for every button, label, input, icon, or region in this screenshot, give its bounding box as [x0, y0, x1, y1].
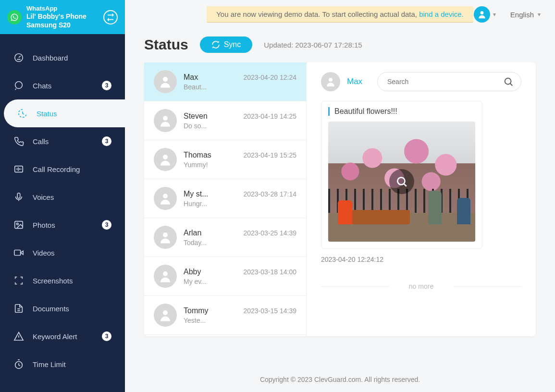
sidebar-item-label: Call Recording: [33, 165, 80, 173]
sidebar-item-keyword-alert[interactable]: Keyword Alert 3: [0, 322, 125, 350]
status-panel: Max 2023-04-20 12:24 Beaut... Steven 202…: [144, 62, 536, 336]
app-name: WhatsApp: [26, 5, 99, 12]
calls-icon: [13, 136, 24, 147]
recording-icon: [13, 164, 24, 174]
svg-point-11: [163, 155, 168, 159]
sidebar-item-calls[interactable]: Calls 3: [0, 127, 125, 155]
status-item[interactable]: Abby 2023-03-18 14:00 My ev...: [144, 257, 306, 296]
chevron-down-icon: ▾: [493, 11, 496, 18]
status-name: Steven: [184, 112, 208, 121]
sidebar-item-label: Calls: [33, 137, 49, 146]
status-timestamp: 2023-04-20 12:24:12: [321, 256, 521, 263]
svg-point-12: [163, 194, 168, 198]
svg-point-13: [163, 233, 168, 237]
status-item[interactable]: Thomas 2023-04-19 15:25 Yummy!: [144, 140, 306, 179]
main: You are now viewing demo data. To start …: [125, 0, 555, 392]
svg-point-17: [505, 78, 511, 85]
photos-icon: [13, 220, 24, 230]
status-item[interactable]: Steven 2023-04-19 14:25 Do so...: [144, 101, 306, 140]
sidebar-item-screenshots[interactable]: Screenshots: [0, 267, 125, 294]
status-item[interactable]: Tommy 2023-03-15 14:39 Yeste...: [144, 296, 306, 335]
sidebar-item-label: Keyword Alert: [33, 332, 77, 341]
svg-rect-4: [15, 221, 23, 229]
detail-contact-name: Max: [347, 77, 362, 86]
bind-device-link[interactable]: bind a device.: [419, 10, 464, 18]
sidebar-item-voices[interactable]: Voices: [0, 183, 125, 211]
device-name: Lil' Bobby's Phone: [26, 12, 99, 21]
status-name: Max: [184, 73, 198, 82]
svg-point-10: [163, 116, 168, 121]
sidebar-item-status[interactable]: Status: [4, 99, 125, 127]
status-time: 2023-04-20 12:24: [243, 74, 296, 81]
badge: 3: [102, 81, 111, 90]
voices-icon: [13, 192, 24, 202]
dashboard-icon: [13, 52, 24, 63]
videos-icon: [13, 247, 24, 258]
device-header: WhatsApp Lil' Bobby's Phone Samsung S20: [0, 0, 125, 34]
sync-button[interactable]: Sync: [200, 37, 253, 53]
sidebar-item-time-limit[interactable]: Time Limit: [0, 350, 125, 378]
sidebar-item-dashboard[interactable]: Dashboard: [0, 44, 125, 72]
magnify-icon: [389, 169, 414, 194]
device-model: Samsung S20: [26, 21, 99, 30]
sidebar-item-label: Screenshots: [33, 277, 73, 285]
sidebar: WhatsApp Lil' Bobby's Phone Samsung S20 …: [0, 0, 125, 392]
language-selector[interactable]: English ▾: [510, 11, 541, 19]
status-name: Tommy: [184, 306, 209, 315]
badge: 3: [102, 220, 111, 230]
sync-label: Sync: [224, 40, 241, 49]
avatar: [154, 304, 177, 327]
avatar: [154, 226, 177, 249]
avatar: [154, 187, 177, 210]
status-preview: Beaut...: [184, 83, 212, 91]
status-item[interactable]: Arlan 2023-03-25 14:39 Today...: [144, 218, 306, 257]
sidebar-item-label: Time Limit: [33, 360, 66, 368]
status-preview: My ev...: [184, 278, 212, 285]
svg-point-5: [16, 223, 18, 225]
status-card: Beautiful flowers!!!: [321, 101, 482, 249]
avatar: [154, 265, 177, 288]
account-menu[interactable]: ▾: [474, 6, 496, 23]
svg-rect-6: [14, 250, 21, 256]
status-time: 2023-03-28 17:14: [243, 190, 296, 198]
sidebar-item-label: Photos: [33, 221, 55, 229]
svg-point-8: [480, 11, 483, 14]
status-preview: Do so...: [184, 122, 212, 130]
status-name: My st...: [184, 190, 209, 198]
svg-rect-2: [15, 166, 23, 172]
search-input[interactable]: [377, 72, 521, 91]
whatsapp-icon: [7, 10, 22, 24]
status-item[interactable]: Max 2023-04-20 12:24 Beaut...: [144, 62, 306, 101]
page-header: Status Sync Updated: 2023-06-07 17:28:15: [125, 29, 555, 62]
sidebar-item-chats[interactable]: Chats 3: [0, 72, 125, 99]
status-item[interactable]: My st... 2023-03-28 17:14 Hungr...: [144, 179, 306, 218]
sidebar-item-documents[interactable]: Documents: [0, 294, 125, 322]
status-name: Abby: [184, 268, 201, 276]
time-limit-icon: [13, 359, 24, 369]
status-caption: Beautiful flowers!!!: [328, 107, 475, 116]
status-time: 2023-04-19 14:25: [243, 112, 296, 120]
demo-banner: You are now viewing demo data. To start …: [207, 6, 473, 23]
sidebar-item-label: Voices: [33, 193, 54, 201]
avatar: [154, 148, 177, 171]
status-time: 2023-03-15 14:39: [243, 307, 296, 315]
search-icon[interactable]: [503, 76, 514, 87]
search-box: [377, 72, 521, 91]
status-image[interactable]: [328, 122, 475, 242]
sync-icon: [211, 40, 220, 49]
svg-point-15: [163, 310, 168, 315]
banner-text: You are now viewing demo data. To start …: [216, 10, 419, 18]
sidebar-item-label: Documents: [33, 305, 69, 313]
sidebar-item-videos[interactable]: Videos: [0, 239, 125, 267]
status-list: Max 2023-04-20 12:24 Beaut... Steven 202…: [144, 62, 307, 336]
badge: 3: [102, 136, 111, 146]
sidebar-item-call-recording[interactable]: Call Recording: [0, 155, 125, 183]
sidebar-item-photos[interactable]: Photos 3: [0, 211, 125, 239]
svg-point-18: [397, 177, 405, 184]
no-more-label: no more: [321, 282, 521, 290]
screenshots-icon: [13, 275, 24, 286]
switch-device-button[interactable]: [103, 10, 118, 24]
page-title: Status: [144, 37, 188, 53]
status-time: 2023-03-18 14:00: [243, 268, 296, 276]
status-preview: Today...: [184, 239, 212, 246]
